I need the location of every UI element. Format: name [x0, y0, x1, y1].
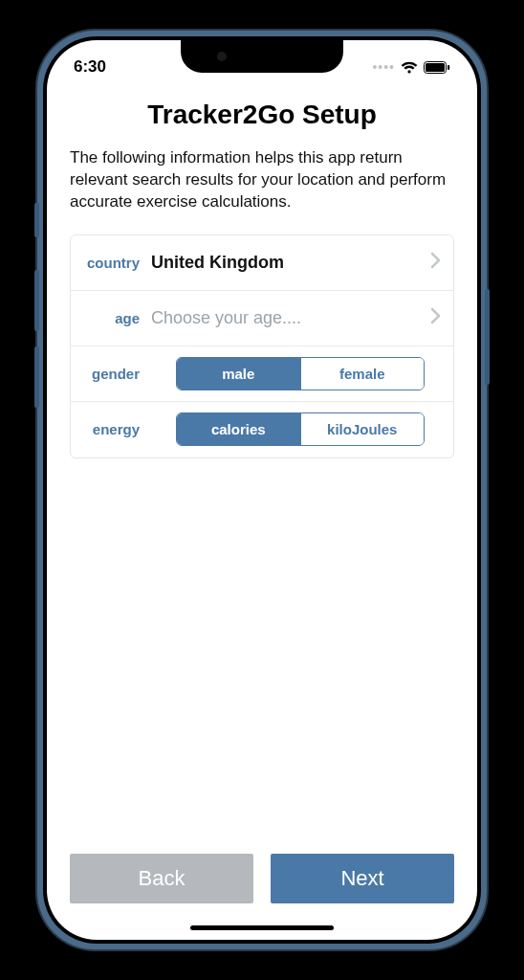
notch: [181, 40, 343, 73]
next-button[interactable]: Next: [271, 854, 454, 903]
age-row[interactable]: age Choose your age....: [71, 291, 453, 346]
chevron-right-icon: [430, 305, 442, 330]
power-button: [485, 289, 490, 385]
energy-row: energy calories kiloJoules: [71, 402, 453, 457]
energy-kilojoules-button[interactable]: kiloJoules: [300, 413, 425, 445]
energy-calories-button[interactable]: calories: [177, 413, 300, 445]
page-title: Tracker2Go Setup: [70, 100, 454, 130]
home-indicator[interactable]: [190, 925, 334, 930]
svg-rect-1: [426, 63, 445, 72]
gender-label: gender: [82, 366, 151, 382]
gender-segment: male female: [176, 357, 425, 390]
country-label: country: [82, 255, 151, 271]
volume-up: [34, 270, 39, 331]
chevron-right-icon: [430, 250, 442, 275]
gender-female-button[interactable]: female: [300, 358, 425, 390]
status-icons: ••••: [372, 59, 450, 75]
wifi-icon: [401, 61, 418, 74]
country-value: United Kingdom: [151, 253, 430, 273]
energy-label: energy: [82, 421, 151, 437]
back-button[interactable]: Back: [70, 854, 253, 903]
svg-rect-2: [448, 65, 449, 70]
gender-male-button[interactable]: male: [177, 358, 300, 390]
setup-description: The following information helps this app…: [70, 147, 454, 213]
age-label: age: [82, 310, 151, 326]
mute-switch: [34, 203, 39, 237]
volume-down: [34, 346, 39, 408]
battery-icon: [424, 61, 450, 74]
age-placeholder: Choose your age....: [151, 308, 430, 328]
status-time: 6:30: [74, 57, 106, 77]
cellular-dots-icon: ••••: [372, 59, 395, 75]
gender-row: gender male female: [71, 346, 453, 402]
phone-frame: 6:30 •••• Tracker2Go Setup The following…: [37, 31, 487, 949]
energy-segment: calories kiloJoules: [176, 412, 425, 446]
setup-form: country United Kingdom age Choose your a…: [70, 234, 454, 458]
country-row[interactable]: country United Kingdom: [71, 235, 453, 291]
